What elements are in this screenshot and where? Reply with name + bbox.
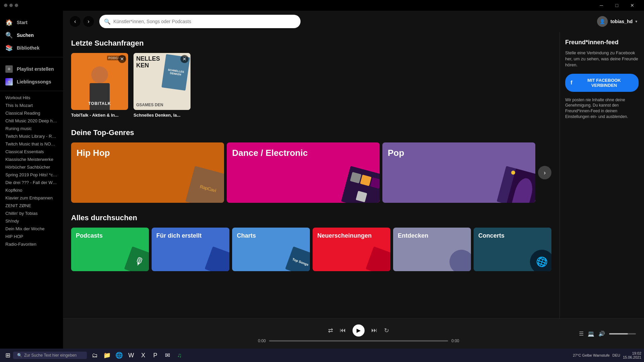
taskbar-app-files[interactable]: 📁	[102, 350, 112, 361]
list-item[interactable]: Twitch Music that is NOn C...	[5, 140, 58, 148]
browse-card-entdecken[interactable]: Entdecken	[393, 228, 471, 271]
taskbar-app-edge[interactable]: 🌐	[114, 350, 124, 361]
genre-card-pop[interactable]: Pop	[382, 142, 535, 203]
list-item[interactable]: This Is Mozart	[5, 102, 58, 109]
list-item[interactable]: HIP HOP	[5, 233, 58, 240]
facebook-connect-button[interactable]: f MIT FACEBOOK VERBINDEN	[565, 74, 639, 92]
list-item[interactable]: Classical Reading	[5, 109, 58, 117]
list-item[interactable]: Radio-Favoriten	[5, 240, 58, 248]
list-item[interactable]: Dein Mix der Woche	[5, 225, 58, 233]
book-gsames-text: GSAMES DEN	[136, 103, 163, 107]
genre-pop-label: Pop	[388, 148, 404, 158]
search-card-tobitalk[interactable]: TOBITALK PODCAST ✕ TobiTalk - Aktien & I…	[71, 53, 128, 118]
progress-bar: 0:00 0:00	[258, 339, 459, 343]
search-bar[interactable]: 🔍	[99, 15, 301, 28]
player-bar: ⇄ ⏮ ▶ ⏭ ↻ 0:00 0:00 ☰ 💻 🔊	[63, 318, 644, 349]
taskbar-app-excel[interactable]: X	[138, 350, 149, 361]
create-playlist-button[interactable]: + Playlist erstellen	[0, 63, 63, 75]
volume-bar[interactable]	[609, 333, 636, 335]
list-item[interactable]: Twitch Music Library - Royal...	[5, 132, 58, 140]
panel-note: Wir posten nie Inhalte ohne deine Genehm…	[565, 97, 639, 120]
charts-art: Top Songs	[285, 246, 310, 271]
volume-icon[interactable]: 🔊	[598, 330, 605, 337]
window-controls: ─ □ ✕	[594, 0, 640, 11]
main-content: Letzte Suchanfragen TOBITALK PODCAST ✕	[63, 32, 559, 318]
taskbar-app-spotify[interactable]: ♫	[174, 350, 185, 361]
user-area[interactable]: 👤 tobias_hd ▾	[597, 16, 637, 27]
taskbar-search[interactable]: 🔍 Zur Suche Text hier eingeben	[13, 352, 87, 359]
browse-card-fuer[interactable]: Für dich erstellt	[152, 228, 229, 271]
taskbar-app-ppt[interactable]: P	[150, 350, 161, 361]
maximize-button[interactable]: □	[609, 0, 625, 11]
list-item[interactable]: Die drei ??? - Fall der Woche	[5, 179, 58, 186]
repeat-button[interactable]: ↻	[384, 327, 389, 334]
previous-button[interactable]: ⏮	[340, 327, 346, 334]
list-item[interactable]: Classical Essentials	[5, 148, 58, 156]
sidebar-item-suchen[interactable]: 🔍 Suchen	[0, 29, 63, 42]
browse-neuerscheinungen-label: Neuerscheinungen	[317, 232, 372, 240]
taskbar-app-word[interactable]: W	[126, 350, 137, 361]
back-button[interactable]: ‹	[70, 16, 80, 27]
chevron-down-icon: ▾	[635, 19, 637, 24]
home-icon: 🏠	[5, 19, 13, 26]
genres-next-button[interactable]: ›	[538, 166, 551, 179]
close-button[interactable]: ✕	[625, 0, 640, 11]
dot1	[4, 4, 7, 7]
next-button[interactable]: ⏭	[371, 327, 377, 334]
taskbar-time: 19:02 15.06.2021	[623, 351, 641, 359]
search-input[interactable]	[113, 19, 296, 24]
player-controls: ⇄ ⏮ ▶ ⏭ ↻ 0:00 0:00	[138, 324, 579, 343]
genre-card-dance[interactable]: Dance / Electronic	[227, 142, 380, 203]
browse-grid: Podcasts 🎙 Für dich erstellt	[71, 228, 551, 271]
close-tobitalk-button[interactable]: ✕	[118, 55, 126, 63]
player-right: ☰ 💻 🔊	[579, 330, 636, 337]
genre-card-hiphop[interactable]: Hip Hop RapCavi	[71, 142, 224, 203]
sidebar-actions: + Playlist erstellen ♥ Lieblingssongs	[0, 60, 63, 91]
browse-card-neuerscheinungen[interactable]: Neuerscheinungen	[313, 228, 390, 271]
browse-card-concerts[interactable]: Concerts 🌐	[474, 228, 551, 271]
list-item[interactable]: Hörbücher Sachbücher	[5, 163, 58, 171]
playlist-list: Workout Hits This Is Mozart Classical Re…	[0, 94, 63, 346]
list-item[interactable]: Klavier zum Entspannen	[5, 194, 58, 202]
play-button[interactable]: ▶	[353, 324, 365, 337]
tobitalk-brand-text: TOBITALK	[71, 101, 128, 106]
taskbar-app-mail[interactable]: ✉	[162, 350, 173, 361]
shuffle-button[interactable]: ⇄	[328, 327, 333, 334]
browse-section: Alles durchsuchen Podcasts 🎙 Für dich er…	[71, 214, 551, 271]
list-item[interactable]: Runing music	[5, 125, 58, 132]
windows-start-button[interactable]: ⊞	[5, 352, 10, 359]
tobi-body	[90, 83, 110, 110]
search-card-schnelles[interactable]: NELLESKEN SCHNEL­LESDENKEN GSAMES DEN ✕ …	[133, 53, 191, 118]
sidebar-item-start[interactable]: 🏠 Start	[0, 16, 63, 29]
list-item[interactable]: Chill Music 2020 Deep hous...	[5, 117, 58, 125]
taskbar-app-explorer[interactable]: 🗂	[90, 350, 100, 361]
minimize-button[interactable]: ─	[594, 0, 609, 11]
devices-button[interactable]: 💻	[588, 330, 594, 337]
list-item[interactable]: Chillin' by Tobias	[5, 209, 58, 217]
list-item[interactable]: ZENIT ZØNE	[5, 202, 58, 209]
tobitalk-title: TobiTalk - Aktien & In...	[71, 113, 128, 118]
fb-button-label: MIT FACEBOOK VERBINDEN	[575, 78, 633, 88]
list-item[interactable]: Workout Hits	[5, 94, 58, 102]
queue-button[interactable]: ☰	[579, 330, 584, 337]
close-schnelles-button[interactable]: ✕	[180, 55, 189, 63]
sidebar-item-bibliothek[interactable]: 📚 Bibliothek	[0, 42, 63, 54]
list-item[interactable]: Sh!ndy	[5, 217, 58, 225]
sidebar-nav: 🏠 Start 🔍 Suchen 📚 Bibliothek	[0, 13, 63, 57]
forward-button[interactable]: ›	[83, 16, 94, 27]
lieblingssongs-item[interactable]: ♥ Lieblingssongs	[0, 75, 63, 88]
entdecken-art	[446, 246, 471, 271]
progress-track[interactable]	[269, 340, 448, 342]
browse-card-charts[interactable]: Charts Top Songs	[232, 228, 310, 271]
neuerscheinungen-art	[366, 246, 390, 271]
list-item[interactable]: Klassische Meisterwerke	[5, 156, 58, 163]
taskbar-search-text: Zur Suche Text hier eingeben	[24, 353, 77, 358]
heart-icon: ♥	[5, 78, 13, 85]
list-item[interactable]: Kopfkino	[5, 186, 58, 194]
user-name: tobias_hd	[610, 19, 633, 24]
list-item[interactable]: Spring 2019 Pop Hits! *clean*	[5, 171, 58, 179]
tobi-head	[91, 66, 108, 83]
browse-card-podcasts[interactable]: Podcasts 🎙	[71, 228, 149, 271]
nav-buttons: ‹ ›	[70, 16, 94, 27]
sidebar-bibliothek-label: Bibliothek	[17, 45, 40, 51]
